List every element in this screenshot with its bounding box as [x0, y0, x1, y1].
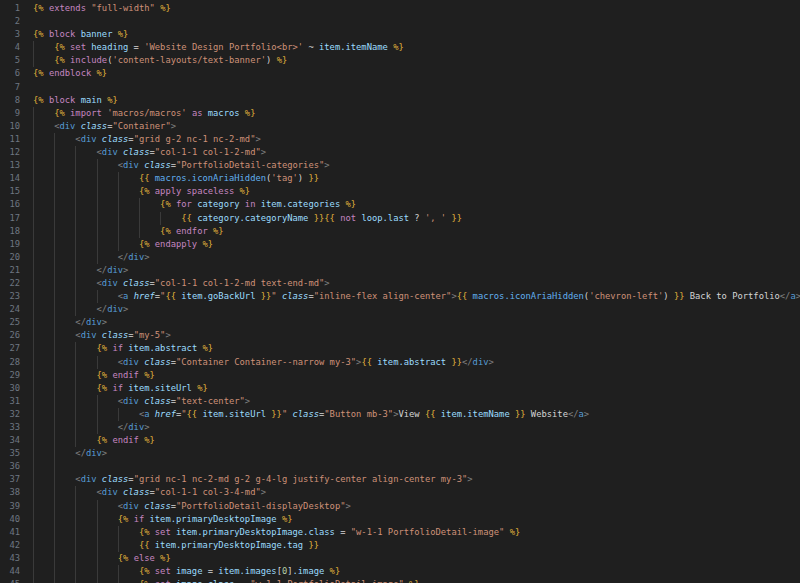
code-line[interactable]: 18{% endfor %} [0, 225, 800, 238]
code-line[interactable]: 22<div class="col-1-1 col-1-2-md text-en… [0, 277, 800, 290]
code-line[interactable]: 43{% else %} [0, 552, 800, 565]
code-token: %} [118, 29, 129, 39]
indent-guide [33, 500, 118, 513]
code-line[interactable]: 28<div class="Container Container--narro… [0, 356, 800, 369]
code-token: </ [780, 291, 791, 301]
code-line[interactable]: 45{% set image.class = "w-1-1 PortfolioD… [0, 578, 800, 583]
code-line[interactable]: 23<a href="{{ item.goBackUrl }}" class="… [0, 290, 800, 303]
code-line[interactable]: 11<div class="grid g-2 nc-1 nc-2-md"> [0, 133, 800, 146]
code-line[interactable]: 44{% set image = item.images[0].image %} [0, 565, 800, 578]
code-line[interactable]: 33</div> [0, 421, 800, 434]
code-token: "col-1-1 col-1-2-md text-end-md" [155, 278, 324, 288]
code-text: <div class="grid nc-1 nc-2-md g-2 g-4-lg… [33, 473, 473, 486]
code-line[interactable]: 14{{ macros.iconAriaHidden('tag') }} [0, 172, 800, 185]
code-line[interactable]: 9{% import 'macros/macros' as macros %} [0, 107, 800, 120]
code-editor[interactable]: 1{% extends "full-width" %}23{% block ba… [0, 0, 800, 583]
code-token: extends [49, 3, 86, 13]
code-token: if [112, 343, 123, 353]
code-line[interactable]: 20</div> [0, 251, 800, 264]
code-token: .image [293, 566, 325, 576]
code-token: class [123, 278, 149, 288]
code-token: %} [330, 566, 341, 576]
code-token: {% [160, 226, 176, 236]
code-token: ) [266, 55, 277, 65]
code-token: = [202, 566, 218, 576]
code-line[interactable]: 7 [0, 81, 800, 94]
code-token: </ [75, 317, 86, 327]
line-number: 6 [0, 67, 20, 80]
code-token: %} [277, 55, 288, 65]
code-line[interactable]: 39<div class="PortfolioDetail-displayDes… [0, 500, 800, 513]
code-line[interactable]: 41{% set item.primaryDesktopImage.class … [0, 526, 800, 539]
code-line[interactable]: 29{% endif %} [0, 369, 800, 382]
code-line[interactable]: 38<div class="col-1-1 col-3-4-md"> [0, 486, 800, 499]
code-line[interactable]: 1{% extends "full-width" %} [0, 2, 800, 15]
code-token: > [489, 357, 494, 367]
code-token: div [86, 317, 102, 327]
indent-guide [33, 54, 54, 67]
code-token: {% [139, 527, 155, 537]
code-text: {% if item.primaryDesktopImage %} [33, 513, 293, 526]
code-line[interactable]: 26<div class="my-5"> [0, 329, 800, 342]
code-line[interactable]: 35</div> [0, 447, 800, 460]
line-number: 2 [0, 15, 20, 28]
code-token: loop.last [361, 213, 409, 223]
code-line[interactable]: 10<div class="Container"> [0, 120, 800, 133]
code-text: {% set item.primaryDesktopImage.class = … [33, 526, 520, 539]
code-token: {% [97, 370, 113, 380]
code-text: {{ category.categoryName }}{{ not loop.l… [33, 212, 462, 225]
code-line[interactable]: 17{{ category.categoryName }}{{ not loop… [0, 212, 800, 225]
code-token: div [123, 357, 139, 367]
code-token: </ [97, 304, 108, 314]
code-token: endapply [155, 239, 197, 249]
code-token: class [293, 409, 319, 419]
code-token: item.primaryDesktopImage [150, 514, 277, 524]
code-token: </ [118, 422, 129, 432]
code-line[interactable]: 21</div> [0, 264, 800, 277]
code-token: div [102, 487, 118, 497]
indent-guide [33, 473, 75, 486]
code-line[interactable]: 27{% if item.abstract %} [0, 342, 800, 355]
code-line[interactable]: 37<div class="grid nc-1 nc-2-md g-2 g-4-… [0, 473, 800, 486]
code-token: spaceless [187, 186, 235, 196]
code-text: <div class="grid g-2 nc-1 nc-2-md"> [33, 133, 261, 146]
code-line[interactable]: 16{% for category in item.categories %} [0, 198, 800, 211]
code-token: category.categoryName [197, 213, 308, 223]
code-text: <div class="col-1-1 col-1-2-md"> [33, 146, 266, 159]
line-number: 29 [0, 369, 20, 382]
code-line[interactable]: 24</div> [0, 303, 800, 316]
code-line[interactable]: 4{% set heading = 'Website Design Portfo… [0, 41, 800, 54]
code-line[interactable]: 31<div class="text-center"> [0, 395, 800, 408]
code-token: }} [271, 409, 282, 419]
code-line[interactable]: 30{% if item.siteUrl %} [0, 382, 800, 395]
line-number: 27 [0, 342, 20, 355]
code-line[interactable]: 2 [0, 15, 800, 28]
line-number: 30 [0, 382, 20, 395]
line-number: 9 [0, 107, 20, 120]
code-line[interactable]: 19{% endapply %} [0, 238, 800, 251]
code-line[interactable]: 8{% block main %} [0, 94, 800, 107]
code-token: > [171, 121, 176, 131]
code-line[interactable]: 42{{ item.primaryDesktopImage.tag }} [0, 539, 800, 552]
code-line[interactable]: 25</div> [0, 316, 800, 329]
code-line[interactable]: 40{% if item.primaryDesktopImage %} [0, 513, 800, 526]
code-line[interactable]: 6{% endblock %} [0, 67, 800, 80]
code-token: {% [139, 186, 155, 196]
indent-guide [33, 185, 139, 198]
code-line[interactable]: 5{% include('content-layouts/text-banner… [0, 54, 800, 67]
code-token: endfor [176, 226, 208, 236]
indent-guide [33, 552, 118, 565]
line-number: 14 [0, 172, 20, 185]
code-line[interactable]: 13<div class="PortfolioDetail-categories… [0, 159, 800, 172]
code-text: {% set heading = 'Website Design Portfol… [33, 41, 404, 54]
code-line[interactable]: 12<div class="col-1-1 col-1-2-md"> [0, 146, 800, 159]
code-line[interactable]: 36 [0, 460, 800, 473]
code-line[interactable]: 3{% block banner %} [0, 28, 800, 41]
code-token: class [102, 330, 128, 340]
code-line[interactable]: 15{% apply spaceless %} [0, 185, 800, 198]
code-line[interactable]: 34{% endif %} [0, 434, 800, 447]
indent-guide [33, 251, 118, 264]
indent-guide [33, 277, 97, 290]
code-token: div [81, 134, 97, 144]
code-line[interactable]: 32<a href="{{ item.siteUrl }}" class="Bu… [0, 408, 800, 421]
